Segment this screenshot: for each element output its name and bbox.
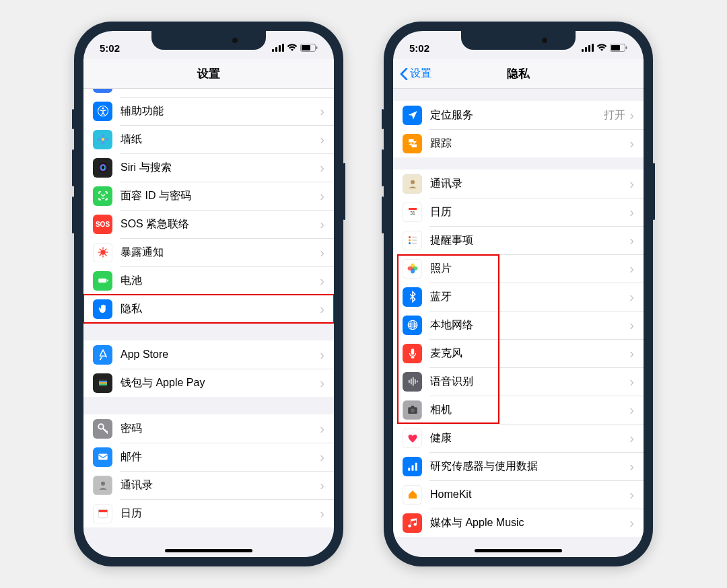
list-item[interactable]: Siri 与搜索›: [83, 153, 334, 182]
svg-point-22: [104, 194, 104, 195]
list-item[interactable]: 通讯录›: [393, 170, 644, 198]
list-item[interactable]: 电池›: [83, 266, 334, 295]
phone-right-screen: 5:02 设置 隐私 定位服务打开›跟踪›通讯录›31日历›提醒事项›照片›蓝牙…: [393, 31, 644, 557]
svg-rect-69: [411, 348, 414, 355]
list-item[interactable]: 暴露通知›: [83, 238, 334, 266]
svg-rect-2: [279, 45, 281, 52]
list-item-label: 跟踪: [430, 137, 629, 151]
svg-rect-47: [592, 44, 594, 52]
list-item[interactable]: 主屏幕›: [83, 89, 334, 97]
battery-icon: [610, 44, 627, 52]
list-item[interactable]: 研究传感器与使用数据›: [393, 452, 644, 480]
list-item-label: 钱包与 Apple Pay: [120, 376, 320, 390]
privacy-list[interactable]: 定位服务打开›跟踪›通讯录›31日历›提醒事项›照片›蓝牙›本地网络›麦克风›语…: [393, 89, 644, 557]
svg-rect-37: [99, 384, 107, 385]
chevron-right-icon: ›: [629, 460, 634, 473]
list-item[interactable]: 墙纸›: [83, 125, 334, 153]
svg-rect-36: [99, 382, 107, 383]
chevron-right-icon: ›: [320, 450, 324, 464]
list-item[interactable]: 定位服务打开›: [393, 101, 644, 129]
list-item-label: App Store: [120, 348, 320, 361]
list-item[interactable]: 蓝牙›: [393, 283, 644, 311]
wifi-icon: [287, 44, 298, 52]
chevron-right-icon: ›: [629, 177, 634, 190]
mail-icon: [93, 447, 112, 467]
appstore-icon: [93, 345, 112, 365]
list-item[interactable]: 跟踪›: [393, 129, 644, 157]
home-indicator[interactable]: [475, 549, 562, 552]
list-item[interactable]: 健康›: [393, 424, 644, 452]
chevron-right-icon: ›: [320, 246, 324, 259]
settings-group: 定位服务打开›跟踪›: [393, 101, 644, 157]
list-item[interactable]: 隐私›: [83, 295, 334, 323]
chevron-left-icon: [400, 68, 408, 80]
list-item[interactable]: 邮件›: [83, 443, 334, 471]
list-item-label: 相机: [430, 403, 629, 417]
chevron-right-icon: ›: [629, 375, 634, 388]
svg-point-16: [97, 138, 101, 141]
mic-icon: [403, 344, 422, 363]
chevron-right-icon: ›: [629, 233, 634, 247]
list-item[interactable]: App Store›: [83, 340, 334, 369]
chevron-right-icon: ›: [629, 431, 634, 445]
notch: [461, 31, 576, 50]
status-time: 5:02: [100, 42, 120, 54]
list-item[interactable]: SOSSOS 紧急联络›: [83, 210, 334, 238]
list-item-label: 健康: [430, 431, 629, 445]
list-item[interactable]: 31日历›: [393, 198, 644, 226]
chevron-right-icon: ›: [320, 478, 324, 492]
speech-icon: [403, 372, 422, 392]
svg-rect-41: [98, 510, 108, 513]
status-time: 5:02: [409, 42, 429, 54]
list-item[interactable]: 日历›: [83, 499, 334, 527]
list-item-label: 主屏幕: [120, 89, 320, 90]
svg-rect-52: [409, 208, 417, 210]
sensor-icon: [403, 457, 422, 476]
home-indicator[interactable]: [165, 549, 252, 552]
settings-group: 主屏幕›辅助功能›墙纸›Siri 与搜索›面容 ID 与密码›SOSSOS 紧急…: [83, 89, 334, 323]
bluetooth-icon: [403, 287, 422, 307]
list-item[interactable]: 通讯录›: [83, 471, 334, 499]
svg-point-21: [101, 194, 102, 195]
list-item[interactable]: 麦克风›: [393, 339, 644, 367]
list-item[interactable]: 密码›: [83, 414, 334, 443]
list-item-label: 电池: [120, 274, 320, 288]
list-item[interactable]: 语音识别›: [393, 367, 644, 396]
list-item[interactable]: 照片›: [393, 254, 644, 283]
svg-line-29: [105, 254, 106, 256]
svg-point-55: [409, 236, 411, 238]
list-item[interactable]: 辅助功能›: [83, 97, 334, 125]
svg-rect-6: [316, 46, 318, 49]
covid-icon: [93, 243, 112, 262]
svg-point-51: [411, 180, 415, 184]
list-item[interactable]: 本地网络›: [393, 311, 644, 339]
music-icon: [403, 513, 422, 533]
contact-icon: [93, 476, 112, 495]
back-button[interactable]: 设置: [400, 67, 431, 81]
list-item-label: 暴露通知: [120, 246, 320, 260]
chevron-right-icon: ›: [320, 189, 324, 203]
list-item[interactable]: 钱包与 Apple Pay›: [83, 369, 334, 397]
svg-rect-44: [582, 49, 584, 52]
list-item[interactable]: 媒体与 Apple Music›: [393, 509, 644, 537]
svg-rect-78: [408, 468, 410, 471]
phone-left-frame: 5:02 设置 主屏幕›辅助功能›墙纸›Siri 与搜索›面容 ID 与密码›S…: [74, 22, 343, 566]
svg-point-14: [101, 134, 104, 138]
chevron-right-icon: ›: [629, 346, 634, 360]
nav-title: 隐私: [507, 66, 530, 81]
settings-list[interactable]: 主屏幕›辅助功能›墙纸›Siri 与搜索›面容 ID 与密码›SOSSOS 紧急…: [83, 89, 334, 557]
list-item-detail: 打开: [604, 108, 625, 122]
battery-icon: [300, 44, 318, 52]
list-item[interactable]: 提醒事项›: [393, 226, 644, 254]
list-item-label: SOS 紧急联络: [120, 217, 320, 231]
faceid-icon: [93, 186, 112, 206]
list-item-label: 密码: [120, 422, 320, 436]
svg-point-17: [104, 138, 108, 141]
list-item[interactable]: 相机›: [393, 396, 644, 424]
list-item[interactable]: 面容 ID 与密码›: [83, 182, 334, 210]
notch: [151, 31, 266, 50]
list-item[interactable]: HomeKit›: [393, 480, 644, 509]
calendar2-icon: 31: [403, 203, 422, 222]
svg-rect-35: [99, 381, 107, 382]
list-item-label: 墙纸: [120, 133, 320, 147]
